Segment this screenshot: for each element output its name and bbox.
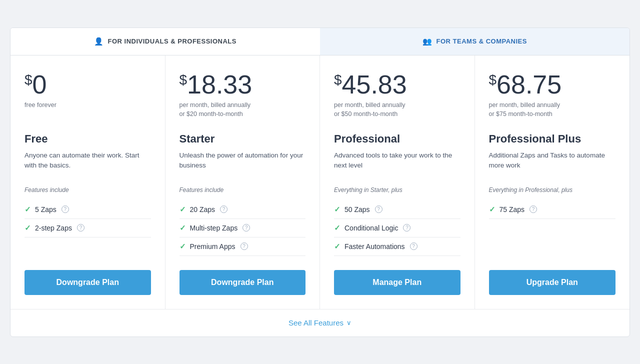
plan-free-name: Free [24, 132, 151, 146]
feature-text: Conditional Logic [344, 224, 398, 232]
pricing-footer: See All Features ∨ [10, 309, 630, 336]
help-icon[interactable]: ? [220, 206, 228, 213]
help-icon[interactable]: ? [62, 206, 69, 213]
plan-professional-features-label: Everything in Starter, plus [334, 186, 460, 194]
list-item: ✓ 50 Zaps ? [334, 200, 460, 219]
feature-text: 2-step Zaps [35, 224, 72, 232]
manage-plan-button[interactable]: Manage Plan [334, 270, 460, 295]
plan-starter-price: $18.33 [180, 72, 306, 98]
plan-professional-desc: Advanced tools to take your work to the … [334, 150, 460, 176]
feature-text: 5 Zaps [35, 206, 56, 214]
tab-teams-label: FOR TEAMS & COMPANIES [436, 38, 527, 45]
plan-starter: $18.33 per month, billed annually or $20… [166, 56, 320, 309]
help-icon[interactable]: ? [242, 224, 250, 232]
feature-text: Premium Apps [190, 242, 236, 250]
check-icon: ✓ [24, 224, 31, 232]
plan-starter-features-label: Features include [180, 186, 306, 194]
feature-text: 75 Zaps [500, 206, 525, 214]
pricing-container: 👤 FOR INDIVIDUALS & PROFESSIONALS 👥 FOR … [10, 28, 630, 337]
downgrade-plan-button-free[interactable]: Downgrade Plan [24, 270, 151, 295]
help-icon[interactable]: ? [240, 242, 248, 250]
plan-starter-features: ✓ 20 Zaps ? ✓ Multi-step Zaps ? ✓ Premiu… [180, 200, 306, 256]
feature-text: 20 Zaps [190, 206, 216, 214]
plan-professional-price: $45.83 [334, 72, 460, 98]
list-item: ✓ Faster Automations ? [334, 238, 460, 256]
plan-professional-name: Professional [334, 132, 460, 146]
plan-professional-plus-price: $68.75 [489, 72, 616, 98]
plan-free-price-sub: free forever [24, 100, 151, 120]
plan-professional-plus-price-sub: per month, billed annually or $75 month-… [489, 100, 616, 120]
help-icon[interactable]: ? [403, 224, 410, 232]
list-item: ✓ 5 Zaps ? [24, 200, 151, 219]
chevron-down-icon: ∨ [346, 319, 352, 326]
upgrade-plan-button[interactable]: Upgrade Plan [489, 270, 616, 295]
check-icon: ✓ [334, 242, 340, 251]
plans-grid: $0 free forever Free Anyone can automate… [10, 56, 630, 309]
feature-text: Multi-step Zaps [190, 224, 238, 232]
help-icon[interactable]: ? [375, 206, 382, 213]
plan-starter-name: Starter [180, 132, 306, 146]
plan-professional-price-sub: per month, billed annually or $50 month-… [334, 100, 460, 120]
check-icon: ✓ [180, 224, 186, 232]
plan-professional-plus-features-label: Everything in Professional, plus [489, 186, 616, 194]
individuals-icon: 👤 [94, 37, 104, 46]
see-all-features-link[interactable]: See All Features ∨ [288, 318, 352, 327]
check-icon: ✓ [334, 205, 340, 214]
plan-starter-price-sub: per month, billed annually or $20 month-… [180, 100, 306, 120]
tab-individuals-label: FOR INDIVIDUALS & PROFESSIONALS [108, 38, 236, 45]
tab-teams[interactable]: 👥 FOR TEAMS & COMPANIES [320, 28, 630, 55]
plan-professional-features: ✓ 50 Zaps ? ✓ Conditional Logic ? ✓ Fast… [334, 200, 460, 256]
plan-free-desc: Anyone can automate their work. Start wi… [24, 150, 151, 176]
tabs-bar: 👤 FOR INDIVIDUALS & PROFESSIONALS 👥 FOR … [10, 28, 630, 56]
plan-professional-plus: $68.75 per month, billed annually or $75… [475, 56, 630, 309]
check-icon: ✓ [180, 242, 186, 251]
plan-free-price: $0 [24, 72, 151, 98]
help-icon[interactable]: ? [77, 224, 84, 232]
tab-individuals[interactable]: 👤 FOR INDIVIDUALS & PROFESSIONALS [10, 28, 320, 55]
plan-starter-desc: Unleash the power of automation for your… [180, 150, 306, 176]
list-item: ✓ Conditional Logic ? [334, 219, 460, 238]
plan-professional-plus-features: ✓ 75 Zaps ? [489, 200, 616, 256]
list-item: ✓ Multi-step Zaps ? [180, 219, 306, 238]
plan-professional-plus-desc: Additional Zaps and Tasks to automate mo… [489, 150, 616, 176]
check-icon: ✓ [180, 205, 186, 214]
list-item: ✓ Premium Apps ? [180, 238, 306, 256]
feature-text: 50 Zaps [344, 206, 370, 214]
plan-professional: $45.83 per month, billed annually or $50… [320, 56, 475, 309]
see-features-label: See All Features [288, 318, 344, 327]
downgrade-plan-button-starter[interactable]: Downgrade Plan [180, 270, 306, 295]
help-icon[interactable]: ? [410, 242, 418, 250]
plan-professional-plus-name: Professional Plus [489, 132, 616, 146]
list-item: ✓ 75 Zaps ? [489, 200, 616, 219]
check-icon: ✓ [489, 205, 496, 214]
feature-text: Faster Automations [344, 242, 405, 250]
list-item: ✓ 20 Zaps ? [180, 200, 306, 219]
help-icon[interactable]: ? [530, 206, 537, 213]
plan-free: $0 free forever Free Anyone can automate… [10, 56, 166, 309]
check-icon: ✓ [334, 224, 340, 232]
list-item: ✓ 2-step Zaps ? [24, 219, 151, 238]
plan-free-features: ✓ 5 Zaps ? ✓ 2-step Zaps ? [24, 200, 151, 256]
plan-free-features-label: Features include [24, 186, 151, 194]
teams-icon: 👥 [422, 37, 432, 46]
check-icon: ✓ [24, 205, 31, 214]
